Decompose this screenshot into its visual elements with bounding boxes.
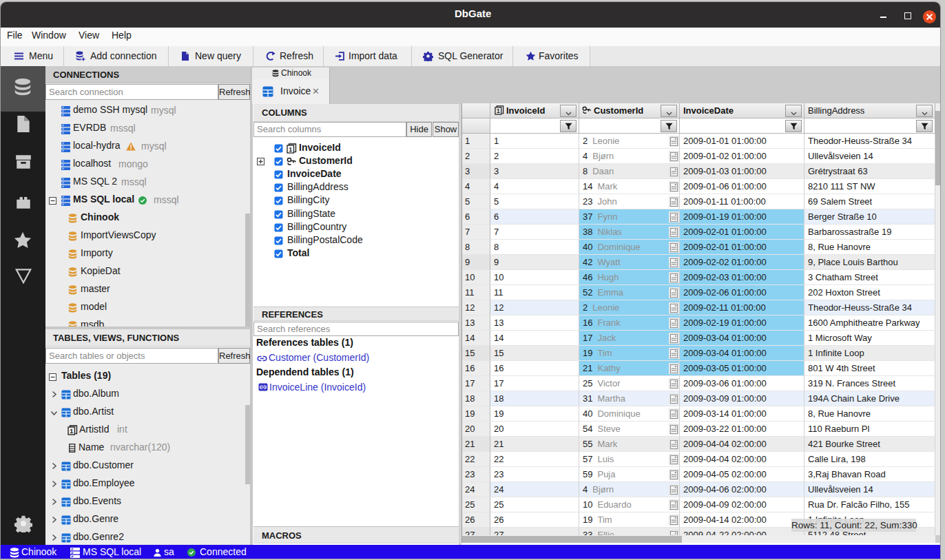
svg-text:1: 1 xyxy=(497,107,500,114)
svg-text:1: 1 xyxy=(289,146,292,153)
svg-text:1: 1 xyxy=(70,428,73,435)
